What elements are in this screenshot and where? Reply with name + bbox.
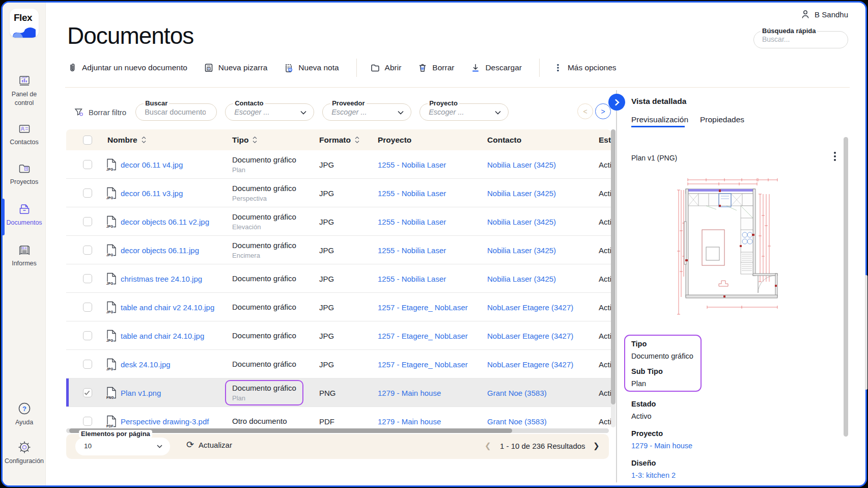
project-link[interactable]: 1255 - Nobilia Laser [378,246,446,254]
contact-link[interactable]: NobLaser Etagere (3427) [487,360,573,368]
contact-link[interactable]: Nobilia Laser (3425) [487,188,556,197]
project-link[interactable]: 1279 - Main house [378,388,441,397]
row-checkbox[interactable] [83,188,92,198]
column-header-proyecto[interactable]: Proyecto [378,135,411,145]
browser-vertical-scrollbar[interactable] [865,275,867,390]
document-name-link[interactable]: decor objects 06.11 v2.jpg [121,217,209,226]
file-type-icon: PNG [106,387,117,399]
project-link[interactable]: 1255 - Nobilia Laser [378,274,446,283]
document-name-link[interactable]: desk 24.10.jpg [121,360,171,368]
table-row[interactable]: JPG decor 06.11 v3.jpg Documento gráfico… [66,179,611,207]
filter-search-input[interactable] [145,108,206,116]
project-link[interactable]: 1257 - Etagere_ NobLaser [378,303,468,311]
row-checkbox[interactable] [83,388,92,397]
document-name-link[interactable]: decor 06.11 v4.jpg [121,160,183,169]
contact-link[interactable]: Nobilia Laser (3425) [487,246,556,254]
select-all-checkbox[interactable] [83,135,92,145]
row-checkbox[interactable] [83,360,92,369]
sidebar-item-ayuda[interactable]: ? Ayuda [3,401,46,427]
scrollbar-thumb[interactable] [611,129,615,404]
sidebar-item-configuracion[interactable]: Configuración [3,440,46,466]
project-link[interactable]: 1255 - Nobilia Laser [378,160,446,169]
row-checkbox[interactable] [83,331,92,340]
preview-options-kebab-icon[interactable] [830,150,840,162]
column-header-formato[interactable]: Formato [319,135,360,145]
table-row[interactable]: JPG decor objects 06.11 v2.jpg Documento… [66,207,611,236]
user-menu[interactable]: B Sandhu [800,9,848,19]
tab-propiedades[interactable]: Propiedades [700,115,744,124]
filter-contacto-select[interactable]: Contacto Escoger ... [225,103,314,121]
row-checkbox[interactable] [83,417,92,426]
table-row[interactable]: JPG desk 24.10.jpg Documento gráfico JPG… [66,350,611,378]
page-prev-button[interactable]: ❮ [485,441,491,450]
table-row[interactable]: JPG christmas tree 24.10.jpg Documento g… [66,264,611,293]
document-name-link[interactable]: christmas tree 24.10.jpg [121,274,202,283]
row-checkbox[interactable] [83,160,92,169]
document-name-link[interactable]: decor 06.11 v3.jpg [121,188,183,197]
panel-collapse-button[interactable] [608,94,625,111]
app-logo[interactable]: Flex [10,9,39,38]
table-row[interactable]: JPG decor 06.11 v4.jpg Documento gráfico… [66,150,611,179]
contact-link[interactable]: Nobilia Laser (3425) [487,274,556,283]
column-header-tipo[interactable]: Tipo [232,135,258,145]
row-checkbox[interactable] [83,246,92,255]
table-row[interactable]: PDF Perspective drawing-3.pdf Otro docum… [66,407,611,427]
contact-link[interactable]: NobLaser Etagere (3427) [487,303,573,311]
open-button[interactable]: Abrir [370,63,402,73]
more-options-button[interactable]: Más opciones [553,63,617,73]
sidebar-item-panel-de-control[interactable]: Panel de control [3,74,46,107]
floor-plan-preview[interactable] [676,175,781,323]
document-name-link[interactable]: Plan v1.png [121,388,161,397]
project-link[interactable]: 1279 - Main house [631,442,692,450]
filter-proveedor-select[interactable]: Proveedor Escoger ... [322,103,411,121]
column-header-estado[interactable]: Estado [599,135,611,145]
filter-proyecto-select[interactable]: Proyecto Escoger ... [419,103,509,121]
row-checkbox[interactable] [83,217,92,226]
kebab-icon [553,63,563,73]
column-header-contacto[interactable]: Contacto [487,135,521,145]
document-name-link[interactable]: Perspective drawing-3.pdf [121,417,209,425]
project-link[interactable]: 1255 - Nobilia Laser [378,217,446,226]
table-row[interactable]: JPG table and chair v2 24.10.jpg Documen… [66,293,611,321]
panel-scrollbar[interactable] [844,137,848,437]
contact-link[interactable]: Grant Noe (3583) [487,417,547,425]
clear-filter-button[interactable]: Borrar filtro [74,107,126,117]
document-name-link[interactable]: table and chair v2 24.10.jpg [121,303,214,311]
sidebar-item-informes[interactable]: Informes [3,243,46,268]
attach-document-button[interactable]: Adjuntar un nuevo documento [67,63,187,73]
contact-link[interactable]: Grant Noe (3583) [487,388,547,397]
table-row[interactable]: JPG table and chair 24.10.jpg Documento … [66,321,611,350]
project-link[interactable]: 1279 - Main house [378,417,441,425]
row-checkbox[interactable] [83,303,92,312]
project-link[interactable]: 1255 - Nobilia Laser [378,188,446,197]
sidebar-item-contactos[interactable]: Contactos [3,122,46,147]
table-row[interactable]: JPG decor objects 06.11.jpg Documento gr… [66,236,611,264]
column-header-nombre[interactable]: Nombre [107,135,147,145]
document-name-link[interactable]: decor objects 06.11.jpg [121,246,199,254]
logo-text: Flex [14,12,32,23]
document-name-link[interactable]: table and chair 24.10.jpg [121,331,204,340]
tab-previsualizacion[interactable]: Previsualización [631,115,688,124]
project-link[interactable]: 1257 - Etagere_ NobLaser [378,331,468,340]
filters-scroll-prev-button[interactable]: < [577,103,593,119]
filters-scroll-next-button[interactable]: > [595,103,611,119]
sidebar-item-proyectos[interactable]: Proyectos [3,161,46,186]
contact-link[interactable]: Nobilia Laser (3425) [487,160,556,169]
sidebar-item-documentos[interactable]: Documentos [3,202,46,227]
download-button[interactable]: Descargar [470,63,522,73]
page-next-button[interactable]: ❯ [593,441,600,450]
row-checkbox[interactable] [83,274,92,283]
new-whiteboard-button[interactable]: Nueva pizarra [204,63,268,73]
project-link[interactable]: 1257 - Etagere_ NobLaser [378,360,468,368]
contact-link[interactable]: Nobilia Laser (3425) [487,217,556,226]
per-page-select[interactable]: 10 [75,438,170,455]
page-title: Documentos [67,22,193,49]
new-note-button[interactable]: Nueva nota [284,63,339,73]
contact-link[interactable]: NobLaser Etagere (3427) [487,331,573,340]
refresh-button[interactable]: ⟳ Actualizar [186,440,232,449]
table-row[interactable]: PNG Plan v1.png Documento gráfico Plan P… [66,378,611,407]
design-link[interactable]: 1-3: kitchen 2 [631,471,676,479]
quick-search-input[interactable] [762,35,838,43]
delete-button[interactable]: Borrar [417,63,454,73]
table-vertical-scrollbar[interactable] [611,129,615,427]
